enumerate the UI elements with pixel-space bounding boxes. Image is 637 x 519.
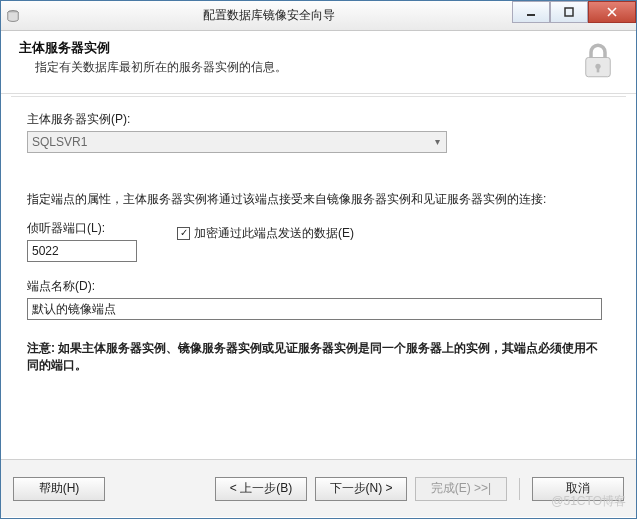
principal-instance-label: 主体服务器实例(P): (27, 111, 610, 128)
wizard-footer: 帮助(H) < 上一步(B) 下一步(N) > 完成(E) >>| 取消 (1, 459, 636, 517)
cancel-button[interactable]: 取消 (532, 477, 624, 501)
window-title: 配置数据库镜像安全向导 (25, 7, 512, 24)
next-button[interactable]: 下一步(N) > (315, 477, 407, 501)
svg-rect-1 (527, 14, 535, 16)
endpoint-intro-text: 指定端点的属性，主体服务器实例将通过该端点接受来自镜像服务器实例和见证服务器实例… (27, 191, 610, 208)
title-bar: 配置数据库镜像安全向导 (1, 1, 636, 31)
help-button[interactable]: 帮助(H) (13, 477, 105, 501)
close-button[interactable] (588, 1, 636, 23)
wizard-content: 主体服务器实例(P): SQLSVR1 ▾ 指定端点的属性，主体服务器实例将通过… (1, 97, 636, 459)
window-controls (512, 1, 636, 30)
page-subtitle: 指定有关数据库最初所在的服务器实例的信息。 (19, 57, 568, 76)
principal-instance-value: SQLSVR1 (32, 135, 87, 149)
wizard-header: 主体服务器实例 指定有关数据库最初所在的服务器实例的信息。 (1, 31, 636, 94)
endpoint-name-label: 端点名称(D): (27, 278, 610, 295)
page-title: 主体服务器实例 (19, 39, 568, 57)
svg-rect-2 (565, 8, 573, 16)
svg-rect-7 (597, 67, 600, 72)
port-note: 注意: 如果主体服务器实例、镜像服务器实例或见证服务器实例是同一个服务器上的实例… (27, 340, 607, 374)
encrypt-label: 加密通过此端点发送的数据(E) (194, 225, 354, 242)
listener-port-value: 5022 (32, 244, 59, 258)
principal-instance-select[interactable]: SQLSVR1 ▾ (27, 131, 447, 153)
finish-button: 完成(E) >>| (415, 477, 507, 501)
endpoint-name-value: 默认的镜像端点 (32, 301, 116, 318)
separator (519, 478, 520, 500)
encrypt-checkbox[interactable]: ✓ (177, 227, 190, 240)
listener-port-label: 侦听器端口(L): (27, 220, 137, 237)
minimize-button[interactable] (512, 1, 550, 23)
listener-port-input[interactable]: 5022 (27, 240, 137, 262)
chevron-down-icon: ▾ (435, 136, 440, 147)
app-icon (1, 1, 25, 31)
maximize-button[interactable] (550, 1, 588, 23)
back-button[interactable]: < 上一步(B) (215, 477, 307, 501)
lock-icon (576, 39, 620, 83)
endpoint-name-input[interactable]: 默认的镜像端点 (27, 298, 602, 320)
